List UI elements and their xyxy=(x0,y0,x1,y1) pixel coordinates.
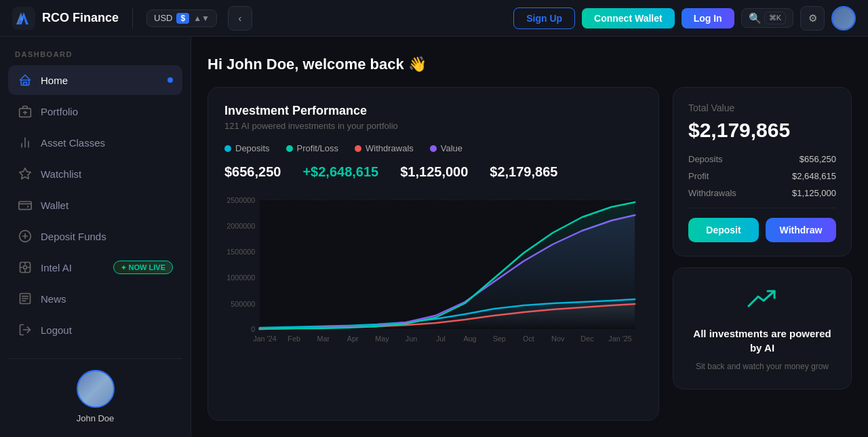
svg-point-13 xyxy=(27,206,29,208)
header-divider xyxy=(132,8,133,28)
asset-classes-icon xyxy=(18,135,33,150)
keyboard-shortcut: ⌘K xyxy=(764,12,786,24)
connect-wallet-button[interactable]: Connect Wallet xyxy=(582,8,675,28)
back-button[interactable]: ‹ xyxy=(228,6,252,31)
sidebar-item-home[interactable]: Home xyxy=(8,65,182,95)
divider xyxy=(688,208,836,208)
investment-card-subtitle: 121 AI powered investments in your portf… xyxy=(224,121,642,131)
stat-value-deposits: $656,250 xyxy=(224,164,281,180)
legend-label-value: Value xyxy=(441,143,462,153)
legend-value: Value xyxy=(430,143,462,153)
svg-text:2500000: 2500000 xyxy=(226,197,255,204)
svg-text:1000000: 1000000 xyxy=(226,274,255,282)
logout-icon xyxy=(18,322,33,337)
svg-text:0: 0 xyxy=(251,326,255,333)
sidebar-avatar xyxy=(77,370,115,408)
deposit-button[interactable]: Deposit xyxy=(688,218,759,242)
svg-text:Jan '24: Jan '24 xyxy=(253,335,277,343)
bottom-row: Investment Performance 121 AI powered in… xyxy=(208,87,852,421)
investment-card-title: Investment Performance xyxy=(224,104,642,118)
sidebar-username: John Doe xyxy=(77,413,115,423)
sidebar-label-deposit-funds: Deposit Funds xyxy=(41,231,106,242)
trending-up-icon xyxy=(747,287,777,317)
breakdown-label-deposits: Deposits xyxy=(688,154,723,164)
investment-card: Investment Performance 121 AI powered in… xyxy=(208,87,659,421)
sidebar-item-news[interactable]: News xyxy=(8,284,182,314)
legend-row: Deposits Profit/Loss Withdrawals Value xyxy=(224,143,642,153)
legend-deposits: Deposits xyxy=(224,143,270,153)
svg-text:May: May xyxy=(375,335,389,343)
sidebar-section-label: DASHBOARD xyxy=(8,50,182,65)
watchlist-icon xyxy=(18,166,33,181)
svg-text:1500000: 1500000 xyxy=(226,248,255,256)
user-avatar[interactable] xyxy=(831,6,856,31)
sidebar-user: John Doe xyxy=(8,358,182,426)
active-indicator xyxy=(167,77,173,83)
sidebar-label-intel-ai: Intel AI xyxy=(41,262,72,273)
sidebar-label-home: Home xyxy=(41,75,68,86)
signup-button[interactable]: Sign Up xyxy=(513,7,575,29)
sidebar-label-logout: Logout xyxy=(41,324,72,336)
total-value-card: Total Value $2,179,865 Deposits $656,250… xyxy=(673,87,852,256)
sidebar-label-news: News xyxy=(41,293,66,305)
svg-text:Mar: Mar xyxy=(317,335,330,343)
legend-dot-value xyxy=(430,145,437,152)
svg-rect-0 xyxy=(12,7,35,30)
sidebar-item-watchlist[interactable]: Watchlist xyxy=(8,159,182,189)
currency-selector[interactable]: USD $ ▲▼ xyxy=(146,10,217,27)
chart-container: 2500000 2000000 1500000 1000000 500000 0 xyxy=(224,193,642,349)
sidebar-avatar-image xyxy=(78,371,113,406)
investment-chart: 2500000 2000000 1500000 1000000 500000 0 xyxy=(224,193,642,349)
intel-ai-icon xyxy=(18,260,33,275)
sidebar: DASHBOARD Home xyxy=(0,37,191,437)
settings-button[interactable]: ⚙ xyxy=(800,6,825,31)
svg-text:Dec: Dec xyxy=(580,335,593,343)
portfolio-icon xyxy=(18,104,33,119)
content-area: Hi John Doe, welcome back 👋 Investment P… xyxy=(191,37,868,437)
sidebar-item-logout[interactable]: Logout xyxy=(8,315,182,345)
breakdown-label-withdrawals: Withdrawals xyxy=(688,188,736,198)
login-button[interactable]: Log In xyxy=(682,8,734,28)
breakdown-value-withdrawals: $1,125,000 xyxy=(792,188,836,198)
svg-text:Sep: Sep xyxy=(493,335,506,343)
sidebar-label-asset-classes: Asset Classes xyxy=(41,137,105,149)
sidebar-item-intel-ai[interactable]: Intel AI ✦ NOW LIVE xyxy=(8,252,182,282)
stat-value-total: $2,179,865 xyxy=(490,164,557,180)
svg-text:Jun: Jun xyxy=(406,335,418,343)
stat-value-profit: +$2,648,615 xyxy=(302,164,378,180)
svg-text:Nov: Nov xyxy=(551,335,565,343)
chevron-down-icon: ▲▼ xyxy=(193,14,210,23)
header: RCO Finance USD $ ▲▼ ‹ Sign Up Connect W… xyxy=(0,0,868,37)
svg-point-18 xyxy=(24,266,27,269)
svg-text:Feb: Feb xyxy=(288,335,300,343)
legend-profit: Profit/Loss xyxy=(286,143,338,153)
action-buttons: Deposit Withdraw xyxy=(688,218,836,242)
sidebar-label-portfolio: Portfolio xyxy=(41,106,78,117)
breakdown-value-deposits: $656,250 xyxy=(800,154,836,164)
sidebar-item-deposit-funds[interactable]: Deposit Funds xyxy=(8,221,182,251)
now-live-badge: ✦ NOW LIVE xyxy=(113,261,173,274)
svg-text:500000: 500000 xyxy=(231,301,255,308)
svg-rect-4 xyxy=(24,82,27,85)
home-icon xyxy=(18,73,33,88)
stats-row: $656,250 +$2,648,615 $1,125,000 $2,179,8… xyxy=(224,164,642,180)
stat-profit: +$2,648,615 xyxy=(302,164,378,180)
sidebar-item-asset-classes[interactable]: Asset Classes xyxy=(8,128,182,157)
stat-withdrawals: $1,125,000 xyxy=(400,164,468,180)
withdraw-button[interactable]: Withdraw xyxy=(766,218,836,242)
svg-text:Jul: Jul xyxy=(436,335,446,343)
search-button[interactable]: 🔍 ⌘K xyxy=(741,8,793,28)
currency-badge: $ xyxy=(176,13,189,24)
sidebar-item-portfolio[interactable]: Portfolio xyxy=(8,96,182,126)
sidebar-item-wallet[interactable]: Wallet xyxy=(8,190,182,220)
ai-card-subtitle: Sit back and watch your money grow xyxy=(696,360,829,373)
breakdown-profit: Profit $2,648,615 xyxy=(688,171,836,181)
breakdown-value-profit: $2,648,615 xyxy=(792,171,836,181)
ai-powered-card: All investments are powered by AI Sit ba… xyxy=(673,267,852,390)
live-icon: ✦ xyxy=(121,264,126,271)
news-icon xyxy=(18,291,33,306)
avatar-image xyxy=(833,7,854,29)
legend-label-profit: Profit/Loss xyxy=(297,143,338,153)
svg-text:2000000: 2000000 xyxy=(226,223,255,230)
legend-withdrawals: Withdrawals xyxy=(355,143,414,153)
